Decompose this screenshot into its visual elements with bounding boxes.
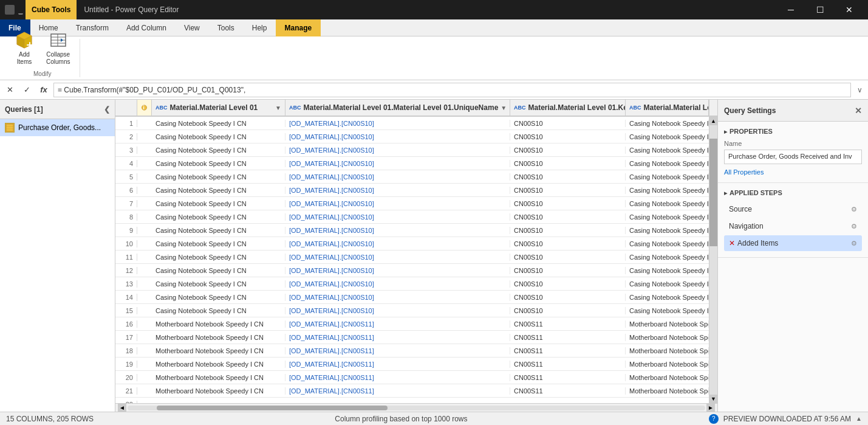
cell-col3: CN00S10 (510, 160, 626, 167)
cell-col2: [OD_MATERIAL].[CN00S11] (285, 374, 510, 381)
scroll-down-button[interactable]: ▼ (709, 395, 717, 403)
row-number: 13 (115, 280, 137, 288)
cell-col2: [OD_MATERIAL].[CN00S10] (285, 133, 510, 140)
query-item-label: Purchase Order, Goods... (18, 123, 101, 132)
add-items-button[interactable]: AddItems (10, 28, 39, 68)
grid-main-area: 1 Casing Notebook Speedy I CN [OD_MATERI… (115, 117, 717, 403)
col-filter-2[interactable]: ▼ (501, 105, 507, 111)
col-filter-1[interactable]: ▼ (275, 105, 281, 111)
row-number: 1 (115, 120, 137, 127)
cell-col4: Motherboard Notebook Speec (626, 374, 709, 381)
window-title: Untitled - Power Query Editor (84, 5, 179, 14)
table-row[interactable]: 1 Casing Notebook Speedy I CN [OD_MATERI… (115, 117, 709, 130)
step-gear-added-items[interactable]: ⚙ (851, 240, 857, 247)
cell-col3: CN00S10 (510, 200, 626, 207)
cell-col2: [OD_MATERIAL].[CN00S10] (285, 307, 510, 314)
col-header-label-2: Material.Material Level 01.Material Leve… (304, 103, 499, 112)
table-row[interactable]: 18 Motherboard Notebook Speedy I CN [OD_… (115, 344, 709, 358)
table-row[interactable]: 21 Motherboard Notebook Speedy I CN [OD_… (115, 384, 709, 398)
cell-col3: CN00S10 (510, 254, 626, 261)
tab-tools[interactable]: Tools (209, 19, 244, 36)
table-row[interactable]: 7 Casing Notebook Speedy I CN [OD_MATERI… (115, 197, 709, 210)
queries-collapse-button[interactable]: ❮ (104, 105, 110, 114)
col-header-2[interactable]: ABC Material.Material Level 01.Material … (285, 100, 510, 116)
formula-cancel-button[interactable]: ✕ (2, 83, 17, 97)
cell-col1: Motherboard Notebook Speedy I CN (152, 320, 285, 328)
tab-view[interactable]: View (176, 19, 209, 36)
table-row[interactable]: 10 Casing Notebook Speedy I CN [OD_MATER… (115, 237, 709, 251)
formula-expand-button[interactable]: ∨ (853, 83, 866, 97)
col-header-3[interactable]: ABC Material.Material Level 01.Key ▼ (510, 100, 626, 116)
table-row[interactable]: 4 Casing Notebook Speedy I CN [OD_MATERI… (115, 157, 709, 170)
collapse-columns-button[interactable]: CollapseColumns (41, 28, 75, 68)
table-row[interactable]: 15 Casing Notebook Speedy I CN [OD_MATER… (115, 304, 709, 317)
save-icon[interactable] (5, 5, 15, 15)
table-row[interactable]: 2 Casing Notebook Speedy I CN [OD_MATERI… (115, 130, 709, 143)
row-number: 6 (115, 187, 137, 194)
formula-input[interactable] (53, 83, 851, 97)
col-header-4[interactable]: ABC Material.Material Level 01.M ▼ (626, 100, 709, 116)
scroll-up-button[interactable]: ▲ (709, 117, 717, 125)
query-item[interactable]: Purchase Order, Goods... (0, 119, 115, 136)
tab-help[interactable]: Help (244, 19, 276, 36)
cell-col2: [OD_MATERIAL].[CN00S10] (285, 213, 510, 221)
cell-col1: Casing Notebook Speedy I CN (152, 240, 285, 247)
row-number: 4 (115, 160, 137, 167)
cell-col4: Casing Notebook Speedy I CN (626, 227, 709, 234)
scroll-thumb-vertical[interactable] (709, 139, 717, 246)
step-error-icon: ✕ (729, 239, 735, 247)
settings-close-button[interactable]: ✕ (855, 106, 862, 116)
grid-body[interactable]: 1 Casing Notebook Speedy I CN [OD_MATERI… (115, 117, 709, 403)
undo-icon[interactable] (18, 5, 23, 15)
table-row[interactable]: 20 Motherboard Notebook Speedy I CN [OD_… (115, 371, 709, 384)
table-row[interactable]: 3 Casing Notebook Speedy I CN [OD_MATERI… (115, 143, 709, 157)
table-row[interactable]: 14 Casing Notebook Speedy I CN [OD_MATER… (115, 291, 709, 304)
cell-col4: Casing Notebook Speedy I CN (626, 240, 709, 247)
applied-step-source[interactable]: Source⚙ (724, 201, 862, 217)
formula-confirm-button[interactable]: ✓ (19, 83, 34, 97)
scroll-right-button[interactable]: ► (706, 404, 715, 412)
cell-col4: Motherboard Notebook Speec (626, 320, 709, 328)
scroll-left-button[interactable]: ◄ (118, 404, 126, 412)
tab-manage[interactable]: Manage (276, 19, 321, 36)
tab-add-column[interactable]: Add Column (118, 19, 176, 36)
name-value[interactable]: Purchase Order, Goods Received and Inv (724, 150, 862, 164)
table-row[interactable]: 8 Casing Notebook Speedy I CN [OD_MATERI… (115, 210, 709, 224)
scroll-track-vertical[interactable] (709, 125, 717, 395)
cell-col3: CN00S10 (510, 307, 626, 314)
ribbon-group-modify: AddItems CollapseColumns (5, 39, 80, 77)
status-help-icon[interactable]: ? (709, 414, 719, 424)
applied-step-navigation[interactable]: Navigation⚙ (724, 218, 862, 234)
table-row[interactable]: 9 Casing Notebook Speedy I CN [OD_MATERI… (115, 224, 709, 237)
horizontal-scrollbar[interactable]: ◄ ► (115, 403, 717, 412)
table-row[interactable]: 16 Motherboard Notebook Speedy I CN [OD_… (115, 317, 709, 331)
table-row[interactable]: 12 Casing Notebook Speedy I CN [OD_MATER… (115, 264, 709, 277)
table-row[interactable]: 17 Motherboard Notebook Speedy I CN [OD_… (115, 331, 709, 344)
applied-step-added-items[interactable]: ✕Added Items⚙ (724, 235, 862, 251)
cell-col4: Casing Notebook Speedy I CN (626, 133, 709, 140)
collapse-columns-icon (49, 30, 68, 50)
close-button[interactable]: ✕ (835, 0, 863, 19)
table-row[interactable]: 19 Motherboard Notebook Speedy I CN [OD_… (115, 358, 709, 371)
scroll-track-horizontal[interactable] (128, 406, 705, 410)
scroll-thumb-horizontal[interactable] (157, 406, 388, 410)
step-gear-navigation[interactable]: ⚙ (851, 223, 857, 230)
step-gear-source[interactable]: ⚙ (851, 206, 857, 213)
row-number: 9 (115, 227, 137, 234)
row-number: 15 (115, 307, 137, 314)
cell-col1: Casing Notebook Speedy I CN (152, 307, 285, 314)
table-row[interactable]: 11 Casing Notebook Speedy I CN [OD_MATER… (115, 251, 709, 264)
step-label-added-items: Added Items (737, 239, 778, 247)
table-row[interactable]: 22 (115, 398, 709, 403)
maximize-button[interactable]: ☐ (806, 0, 834, 19)
table-row[interactable]: 5 Casing Notebook Speedy I CN [OD_MATERI… (115, 170, 709, 184)
minimize-button[interactable]: ─ (777, 0, 805, 19)
formula-fx-button[interactable]: fx (36, 83, 51, 97)
vertical-scrollbar[interactable]: ▲ ▼ (709, 117, 717, 403)
cell-col3: CN00S10 (510, 187, 626, 194)
table-row[interactable]: 6 Casing Notebook Speedy I CN [OD_MATERI… (115, 184, 709, 197)
cell-col4: Casing Notebook Speedy I CN (626, 307, 709, 314)
all-properties-link[interactable]: All Properties (724, 168, 764, 176)
table-row[interactable]: 13 Casing Notebook Speedy I CN [OD_MATER… (115, 277, 709, 291)
col-header-1[interactable]: ABC Material.Material Level 01 ▼ (152, 100, 285, 116)
